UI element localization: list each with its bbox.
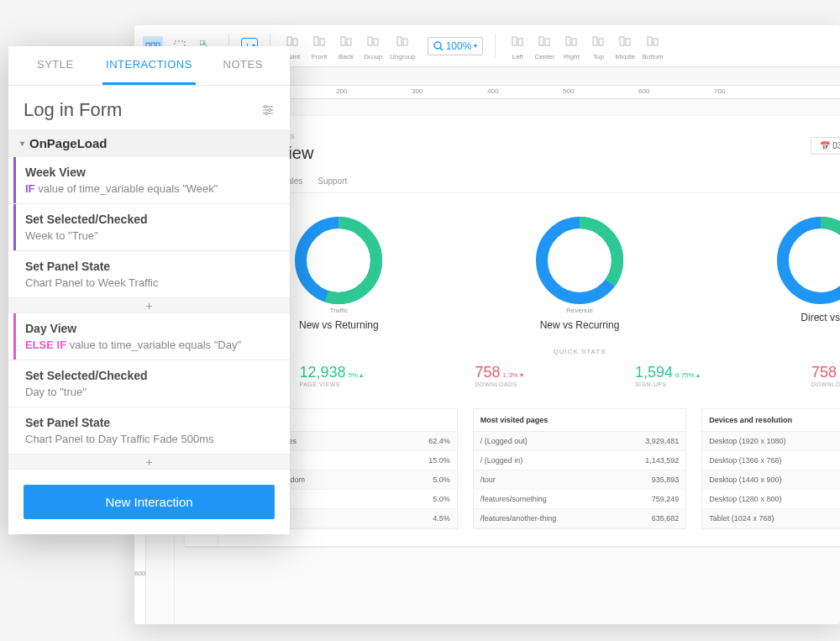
mini-table: Most visited pages / (Logged out)3,929,4… — [473, 408, 687, 529]
action-title: Day View — [25, 322, 276, 335]
action-card[interactable]: Week View IF value of time_variable equa… — [8, 157, 290, 204]
svg-rect-26 — [626, 39, 630, 45]
insert-action-bar[interactable]: + — [8, 298, 290, 313]
action-description: Chart Panel to Week Traffic — [25, 276, 276, 289]
table-row: Desktop (1440 x 900) — [702, 470, 840, 490]
actions-list: Week View IF value of time_variable equa… — [8, 157, 290, 470]
stat-block: 12,9385% ▴ PAGE VIEWS — [300, 364, 364, 387]
chevron-down-icon: ▾ — [474, 42, 477, 50]
svg-point-37 — [265, 113, 268, 115]
stat-value: 1,5946.75% ▴ — [635, 364, 700, 381]
bottom-tool[interactable]: Bottom — [642, 31, 663, 60]
bottom-tables: Countries United States62.4%India15.0%Un… — [244, 408, 840, 529]
page-title: Overview — [244, 144, 840, 163]
action-description: ELSE IF value to time_variable equals "D… — [25, 339, 276, 351]
stat-value: 7581.3% ▾ — [811, 364, 840, 381]
stat-block: 1,5946.75% ▴ SIGN-UPS — [635, 364, 700, 387]
action-card[interactable]: Day View ELSE IF value to time_variable … — [8, 313, 290, 360]
action-title: Set Panel State — [25, 416, 276, 429]
svg-rect-6 — [287, 37, 291, 45]
interactions-panel: SYTLE INTERACTIONS NOTES Log in Form OnP… — [8, 46, 290, 534]
divider — [495, 34, 496, 59]
ungroup-tool[interactable]: Ungroup — [390, 31, 416, 60]
stat-label: PAGE VIEWS — [300, 381, 364, 387]
svg-rect-27 — [648, 37, 652, 45]
svg-rect-21 — [566, 37, 570, 45]
stat-block: 7581.3% ▾ DOWNLOADS — [475, 364, 523, 387]
svg-rect-13 — [374, 39, 378, 45]
svg-rect-14 — [397, 37, 402, 45]
new-interaction-button[interactable]: New Interaction — [24, 485, 275, 519]
table-header: Devices and resolution — [702, 409, 840, 432]
svg-rect-11 — [347, 39, 351, 45]
svg-rect-9 — [320, 39, 324, 45]
table-row: Desktop (1366 x 768) — [702, 451, 840, 470]
right-tool[interactable]: Right — [561, 31, 581, 60]
table-row: Tablet (1024 x 768) — [702, 509, 840, 528]
svg-rect-24 — [599, 39, 603, 45]
quick-stats-heading: QUICK STATS — [244, 348, 840, 355]
svg-rect-7 — [293, 39, 297, 45]
svg-rect-12 — [368, 37, 372, 45]
svg-rect-17 — [512, 37, 517, 45]
donut-big-label: New vs Recurring — [533, 319, 626, 331]
dashboard-tab-support[interactable]: Support — [318, 171, 347, 192]
group-tool[interactable]: Group — [363, 31, 383, 60]
stat-label: DOWNLOADS — [475, 381, 523, 387]
stat-value: 7581.3% ▾ — [475, 364, 523, 381]
table-row: /features/something759,249 — [474, 490, 686, 509]
action-description: Week to "True" — [25, 229, 276, 242]
action-card[interactable]: Set Panel State Chart Panel to Week Traf… — [8, 251, 290, 298]
action-title: Set Selected/Checked — [25, 369, 276, 382]
tab-notes[interactable]: NOTES — [196, 46, 290, 85]
center-tool[interactable]: Center — [534, 31, 554, 60]
top-tool[interactable]: Top — [588, 31, 608, 60]
svg-point-36 — [269, 109, 271, 112]
donut-small-label: Traffic — [292, 307, 385, 314]
action-title: Set Panel State — [25, 260, 276, 273]
stat-block: 7581.3% ▾ DOWNLOADS — [811, 364, 840, 387]
donut-chart: Revenue New vs Recurring — [533, 214, 626, 331]
stat-value: 12,9385% ▴ — [300, 364, 364, 381]
action-title: Week View — [25, 166, 276, 179]
stat-label: SIGN-UPS — [635, 381, 700, 387]
donut-chart: Traffic New vs Returning — [292, 214, 385, 331]
table-row: Desktop (1280 x 800) — [702, 490, 840, 509]
table-row: / (Logged in)1,143,592 — [474, 451, 686, 470]
table-row: / (Logged out)3,929,481 — [474, 432, 686, 451]
donut-chart: Direct vs — [774, 214, 840, 331]
zoom-value: 100% — [446, 40, 472, 52]
stats-row: 12,9385% ▴ PAGE VIEWS 7581.3% ▾ DOWNLOAD… — [244, 364, 840, 387]
front-tool[interactable]: Front — [309, 31, 329, 60]
zoom-control[interactable]: 100% ▾ — [428, 37, 484, 55]
donut-big-label: Direct vs — [774, 312, 840, 323]
svg-point-35 — [265, 106, 267, 108]
svg-rect-25 — [620, 37, 624, 45]
tab-style[interactable]: SYTLE — [8, 46, 102, 85]
donut-charts-row: Traffic New vs Returning Revenue New vs … — [244, 214, 840, 331]
event-header[interactable]: OnPageLoad — [8, 129, 290, 157]
settings-icon[interactable] — [261, 104, 275, 116]
svg-rect-10 — [341, 37, 345, 45]
middle-tool[interactable]: Middle — [615, 31, 635, 60]
arrange-group: PointFrontBackGroupUngroup — [282, 31, 416, 60]
stat-label: DOWNLOADS — [811, 381, 840, 387]
donut-small-label: Revenue — [533, 307, 626, 314]
date-picker[interactable]: 📅 03/21/2018 — [811, 137, 840, 155]
tab-interactions[interactable]: INTERACTIONS — [102, 46, 197, 85]
mini-table: Devices and resolution Desktop (1920 x 1… — [701, 408, 840, 529]
svg-rect-22 — [572, 39, 576, 45]
svg-rect-15 — [403, 39, 407, 45]
action-title: Set Selected/Checked — [25, 213, 276, 226]
svg-rect-4 — [200, 40, 204, 45]
back-tool[interactable]: Back — [336, 31, 356, 60]
svg-rect-20 — [545, 39, 549, 45]
align-group: LeftCenterRightTopMiddleBottom — [507, 31, 663, 60]
svg-rect-28 — [654, 39, 658, 45]
left-tool[interactable]: Left — [507, 31, 528, 60]
action-card[interactable]: Set Selected/Checked Day to "true" — [8, 360, 290, 407]
panel-title: Log in Form — [24, 99, 122, 121]
action-card[interactable]: Set Selected/Checked Week to "True" — [8, 204, 290, 251]
action-card[interactable]: Set Panel State Chart Panel to Day Traff… — [8, 407, 290, 454]
insert-action-bar[interactable]: + — [8, 454, 290, 470]
